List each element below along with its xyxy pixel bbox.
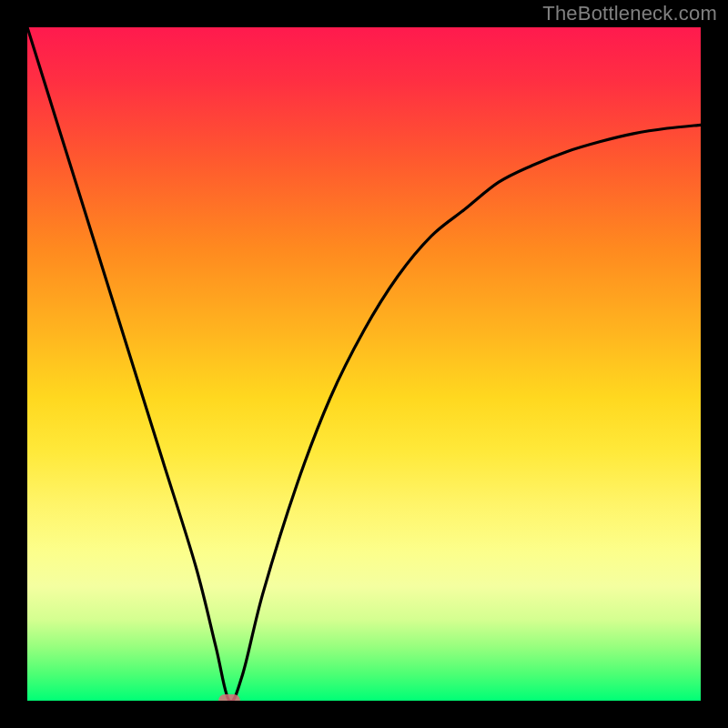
chart-frame: TheBottleneck.com bbox=[0, 0, 728, 728]
plot-area bbox=[27, 27, 701, 701]
watermark-text: TheBottleneck.com bbox=[542, 2, 717, 25]
bottleneck-curve bbox=[27, 27, 701, 701]
minimum-marker bbox=[218, 694, 240, 701]
